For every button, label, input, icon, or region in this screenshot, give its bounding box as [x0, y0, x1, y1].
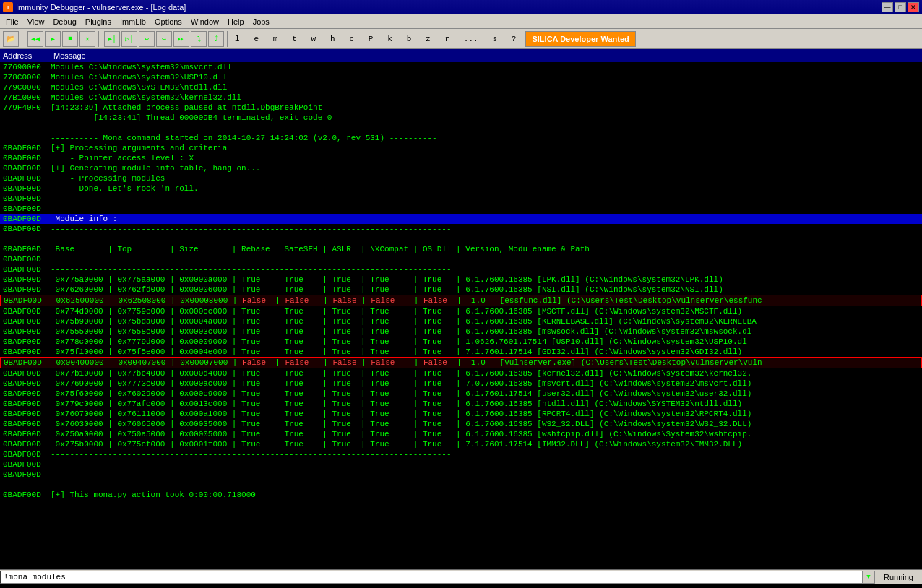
log-address: 0BADF00D — [0, 204, 51, 214]
log-area: Address Message 77690000Modules C:\Windo… — [0, 49, 922, 569]
log-address: 0BADF00D — [0, 153, 51, 163]
log-address: 0BADF00D — [0, 316, 51, 327]
log-row: 0BADF00D Module info : — [0, 214, 922, 224]
log-row: 0BADF00D — [0, 254, 922, 264]
log-row: 0BADF00D 0x775b0000 | 0x775cf000 | 0x000… — [0, 439, 922, 449]
log-row: 0BADF00D 0x75f10000 | 0x75f5e000 | 0x000… — [0, 347, 922, 357]
log-row: 0BADF00D 0x775a0000 | 0x775aa000 | 0x000… — [0, 274, 922, 285]
log-message: - Done. Let's rock 'n roll. — [51, 183, 922, 194]
log-row: 779F40F0[14:23:39] Attached process paus… — [0, 103, 922, 113]
log-row: 0BADF00D — [0, 470, 922, 480]
log-message: Module info : — [51, 214, 922, 224]
log-row: 0BADF00D - Done. Let's rock 'n roll. — [0, 183, 922, 194]
silica-button[interactable]: SILICA Developer Wanted — [525, 31, 635, 47]
log-message: 0x00400000 | 0x00407000 | 0x00007000 | F… — [51, 358, 921, 368]
log-message: 0x775b0000 | 0x775cf000 | 0x0001f000 | T… — [51, 439, 922, 449]
log-message: 0x77b10000 | 0x77be4000 | 0x000d4000 | T… — [51, 368, 922, 379]
command-input[interactable] — [0, 571, 863, 584]
log-message: Modules C:\Windows\system32\msvcrt.dll — [51, 62, 922, 72]
log-row: 0BADF00D 0x76070000 | 0x76111000 | 0x000… — [0, 409, 922, 419]
tb-step4[interactable]: ↪ — [156, 31, 172, 47]
log-row — [0, 234, 922, 244]
log-row: 0BADF00D--------------------------------… — [0, 224, 922, 234]
log-row: 0BADF00D 0x77690000 | 0x7773c000 | 0x000… — [0, 379, 922, 389]
tb-step6[interactable]: ⤵ — [191, 31, 207, 47]
dropdown-arrow[interactable]: ▼ — [863, 571, 874, 584]
log-row: 0BADF00D 0x779c0000 | 0x77afc000 | 0x001… — [0, 399, 922, 409]
log-row: 779C0000Modules C:\Windows\SYSTEM32\ntdl… — [0, 82, 922, 92]
tb-step5[interactable]: ⏭ — [173, 31, 189, 47]
log-row: 0BADF00D 0x774d0000 | 0x7759c000 | 0x000… — [0, 306, 922, 316]
log-row: 0BADF00D Base | Top | Size | Rebase | Sa… — [0, 244, 922, 254]
tb-step1[interactable]: ▶| — [104, 31, 120, 47]
column-header: Address Message — [0, 49, 922, 62]
log-message: ---------- Mona command started on 2014-… — [51, 133, 922, 143]
log-message: 0x76070000 | 0x76111000 | 0x000a1000 | T… — [51, 409, 922, 419]
log-address: 0BADF00D — [0, 439, 51, 449]
log-address: 778C0000 — [0, 72, 51, 82]
log-address: 0BADF00D — [0, 429, 51, 439]
log-address: 779C0000 — [0, 82, 51, 92]
menu-bar: File View Debug Plugins ImmLib Options W… — [0, 14, 922, 29]
log-row: 0BADF00D 0x00400000 | 0x00407000 | 0x000… — [0, 357, 922, 368]
menu-debug[interactable]: Debug — [48, 16, 80, 27]
tb-chars: l e m t w h c P k b z r ... s ? — [233, 35, 518, 43]
menu-help[interactable]: Help — [223, 16, 249, 27]
log-message: [+] Processing arguments and criteria — [51, 143, 922, 153]
log-message: 0x76030000 | 0x76065000 | 0x00035000 | T… — [51, 419, 922, 429]
menu-view[interactable]: View — [23, 16, 49, 27]
log-row: 0BADF00D 0x77b10000 | 0x77be4000 | 0x000… — [0, 368, 922, 379]
tb-pause[interactable]: ■ — [62, 31, 78, 47]
log-message: 0x62500000 | 0x62508000 | 0x00008000 | F… — [51, 295, 921, 306]
tb-play[interactable]: ▶ — [45, 31, 61, 47]
log-row: 0BADF00D 0x75550000 | 0x7558c000 | 0x000… — [0, 327, 922, 337]
log-row: [14:23:41] Thread 000009B4 terminated, e… — [0, 113, 922, 123]
maximize-button[interactable]: □ — [895, 2, 906, 12]
log-row: 0BADF00D 0x750a0000 | 0x750a5000 | 0x000… — [0, 429, 922, 439]
log-address: 0BADF00D — [0, 194, 51, 204]
log-row: 0BADF00D--------------------------------… — [0, 264, 922, 274]
log-row — [0, 480, 922, 490]
log-row: 0BADF00D[+] Processing arguments and cri… — [0, 143, 922, 153]
log-message: ----------------------------------------… — [51, 204, 922, 214]
close-button[interactable]: ✕ — [908, 2, 919, 12]
menu-jobs[interactable]: Jobs — [249, 16, 274, 27]
log-address: 0BADF00D — [0, 274, 51, 285]
log-row: 0BADF00D 0x76030000 | 0x76065000 | 0x000… — [0, 419, 922, 429]
window-controls[interactable]: — □ ✕ — [882, 2, 919, 12]
log-message: 0x75550000 | 0x7558c000 | 0x0003c000 | T… — [51, 327, 922, 337]
log-row: 778C0000Modules C:\Windows\system32\USP1… — [0, 72, 922, 82]
menu-immlib[interactable]: ImmLib — [116, 16, 150, 27]
log-message: 0x779c0000 | 0x77afc000 | 0x0013c000 | T… — [51, 399, 922, 409]
log-row: 0BADF00D[+] Generating module info table… — [0, 163, 922, 173]
log-message: ----------------------------------------… — [51, 449, 922, 459]
app-icon: I — [3, 2, 13, 12]
log-message: ----------------------------------------… — [51, 224, 922, 234]
col-address: Address — [3, 51, 53, 60]
log-message: 0x77690000 | 0x7773c000 | 0x000ac000 | T… — [51, 379, 922, 389]
log-row — [0, 123, 922, 133]
minimize-button[interactable]: — — [882, 2, 893, 12]
menu-window[interactable]: Window — [186, 16, 223, 27]
tb-rewind[interactable]: ◀◀ — [27, 31, 43, 47]
log-row: 0BADF00D 0x62500000 | 0x62508000 | 0x000… — [0, 295, 922, 306]
tb-step7[interactable]: ⤴ — [208, 31, 224, 47]
log-address: 0BADF00D — [0, 449, 51, 459]
log-row: 0BADF00D 0x75f60000 | 0x76029000 | 0x000… — [0, 389, 922, 399]
tb-step2[interactable]: ▷| — [121, 31, 137, 47]
log-message: Modules C:\Windows\system32\kernel32.dll — [51, 92, 922, 103]
log-row: 0BADF00D[+] This mona.py action took 0:0… — [0, 490, 922, 500]
log-content[interactable]: 77690000Modules C:\Windows\system32\msvc… — [0, 62, 922, 569]
menu-plugins[interactable]: Plugins — [81, 16, 116, 27]
menu-options[interactable]: Options — [150, 16, 186, 27]
log-address: 0BADF00D — [0, 173, 51, 183]
log-address: 0BADF00D — [0, 419, 51, 429]
log-message: [14:23:39] Attached process paused at nt… — [51, 103, 922, 113]
menu-file[interactable]: File — [1, 16, 23, 27]
tb-step3[interactable]: ↩ — [139, 31, 155, 47]
log-row: ---------- Mona command started on 2014-… — [0, 133, 922, 143]
tb-restart[interactable]: ✕ — [79, 31, 95, 47]
tb-open[interactable]: 📂 — [3, 31, 19, 47]
log-address: 0BADF00D — [0, 327, 51, 337]
log-message: [+] Generating module info table, hang o… — [51, 163, 922, 173]
